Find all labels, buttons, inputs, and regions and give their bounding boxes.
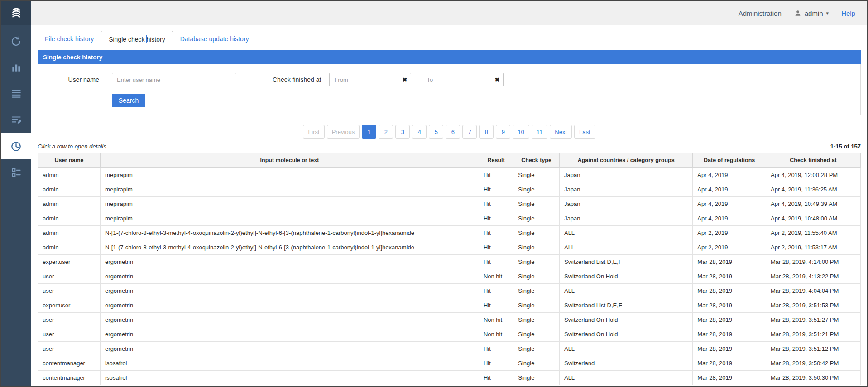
user-menu[interactable]: admin ▾ bbox=[794, 10, 829, 17]
pagination-page-7[interactable]: 7 bbox=[462, 125, 477, 139]
col-result[interactable]: Result bbox=[479, 153, 513, 168]
pagination-first[interactable]: First bbox=[303, 125, 324, 139]
search-button[interactable]: Search bbox=[112, 94, 145, 107]
cell-against-countries: ALL bbox=[559, 284, 692, 298]
stacked-waves-logo-icon bbox=[10, 6, 23, 20]
cell-against-countries: Japan bbox=[559, 211, 692, 226]
pagination-page-2[interactable]: 2 bbox=[379, 125, 393, 139]
cell-input-molecule: ergometrin bbox=[101, 284, 479, 298]
text-cursor bbox=[146, 35, 147, 43]
cell-check-finished-at: Mar 28, 2019, 3:51:12 PM bbox=[766, 342, 861, 356]
sidebar-item-lists[interactable] bbox=[1, 81, 31, 107]
cell-check-type: Single bbox=[513, 284, 560, 298]
cell-date-of-regulations: Mar 28, 2019 bbox=[693, 313, 766, 327]
table-row[interactable]: expertuser ergometrin Hit Single Switzer… bbox=[38, 255, 861, 269]
cell-check-type: Single bbox=[513, 298, 560, 313]
cell-result: Non hit bbox=[479, 313, 513, 327]
table-row[interactable]: user ergometrin Hit Single ALL Mar 28, 2… bbox=[38, 342, 861, 356]
pagination-page-1[interactable]: 1 bbox=[362, 125, 376, 139]
cell-check-type: Single bbox=[513, 342, 560, 356]
pagination-page-4[interactable]: 4 bbox=[412, 125, 427, 139]
table-row[interactable]: contentmanager isosafrol Hit Single ALL … bbox=[38, 371, 861, 385]
col-check-finished-at[interactable]: Check finished at bbox=[766, 153, 861, 168]
date-from-input[interactable] bbox=[329, 73, 411, 86]
list-icon bbox=[10, 88, 22, 100]
cell-input-molecule: ergometrin bbox=[101, 255, 479, 269]
cell-user-name: contentmanager bbox=[38, 371, 101, 385]
col-input-molecule[interactable]: Input molecule or text bbox=[101, 153, 479, 168]
cell-result: Non hit bbox=[479, 269, 513, 284]
cell-against-countries: Switzerland List D,E,F bbox=[559, 298, 692, 313]
table-row[interactable]: admin mepirapim Hit Single Japan Apr 4, … bbox=[38, 211, 861, 226]
clear-to-icon[interactable]: ✖ bbox=[495, 77, 500, 83]
sidebar-item-check[interactable] bbox=[1, 28, 31, 54]
administration-link[interactable]: Administration bbox=[739, 10, 782, 17]
cell-check-type: Single bbox=[513, 313, 560, 327]
cell-check-finished-at: Mar 28, 2019, 3:51:21 PM bbox=[766, 327, 861, 342]
cell-against-countries: ALL bbox=[559, 371, 692, 385]
cell-input-molecule: ergometrin bbox=[101, 269, 479, 284]
pagination-page-10[interactable]: 10 bbox=[513, 125, 529, 139]
pagination-last[interactable]: Last bbox=[574, 125, 595, 139]
sidebar-item-statistics[interactable] bbox=[1, 54, 31, 81]
cell-input-molecule: isosafrol bbox=[101, 371, 479, 385]
user-name-input[interactable] bbox=[112, 73, 236, 86]
cell-check-finished-at: Apr 2, 2019, 11:55:40 AM bbox=[766, 226, 861, 240]
table-row[interactable]: user ergometrin Non hit Single Switzerla… bbox=[38, 269, 861, 284]
cell-against-countries: Switzerland On Hold bbox=[559, 327, 692, 342]
pagination-page-8[interactable]: 8 bbox=[479, 125, 494, 139]
check-finished-at-label: Check finished at bbox=[273, 76, 321, 83]
table-row[interactable]: user ergometrin Non hit Single Switzerla… bbox=[38, 313, 861, 327]
chevron-down-icon: ▾ bbox=[826, 10, 829, 16]
history-clock-icon bbox=[10, 140, 22, 153]
cell-date-of-regulations: Mar 28, 2019 bbox=[693, 269, 766, 284]
table-header-row: User name Input molecule or text Result … bbox=[38, 153, 861, 168]
pagination-next[interactable]: Next bbox=[550, 125, 572, 139]
cell-check-finished-at: Mar 28, 2019, 3:51:53 PM bbox=[766, 298, 861, 313]
cell-date-of-regulations: Mar 28, 2019 bbox=[693, 342, 766, 356]
table-row[interactable]: user ergometrin Hit Single ALL Mar 28, 2… bbox=[38, 284, 861, 298]
pagination-page-6[interactable]: 6 bbox=[446, 125, 460, 139]
table-row[interactable]: admin mepirapim Hit Single Japan Apr 4, … bbox=[38, 182, 861, 197]
pagination-page-11[interactable]: 11 bbox=[532, 125, 548, 139]
cell-against-countries: Switzerland On Hold bbox=[559, 313, 692, 327]
tab-single-check-history[interactable]: Single check history bbox=[101, 31, 173, 48]
table-body: admin mepirapim Hit Single Japan Apr 4, … bbox=[38, 168, 861, 385]
tab-file-check-history[interactable]: File check history bbox=[38, 31, 101, 48]
cell-date-of-regulations: Mar 28, 2019 bbox=[693, 255, 766, 269]
table-row[interactable]: admin N-[1-(7-chloro-8-ethyl-3-methyl-4-… bbox=[38, 240, 861, 255]
table-row[interactable]: admin N-[1-(7-chloro-8-ethyl-3-methyl-4-… bbox=[38, 226, 861, 240]
sidebar-item-reports[interactable] bbox=[1, 107, 31, 133]
pagination: First Previous 1 2 3 4 5 6 7 8 9 10 11 N… bbox=[31, 125, 867, 139]
cell-result: Hit bbox=[479, 255, 513, 269]
cell-against-countries: Japan bbox=[559, 197, 692, 211]
cell-input-molecule: ergometrin bbox=[101, 313, 479, 327]
tab-database-update-history[interactable]: Database update history bbox=[173, 31, 256, 48]
table-row[interactable]: expertuser ergometrin Hit Single Switzer… bbox=[38, 298, 861, 313]
col-user-name[interactable]: User name bbox=[38, 153, 101, 168]
date-to-input[interactable] bbox=[422, 73, 504, 86]
col-against-countries[interactable]: Against countries / category groups bbox=[559, 153, 692, 168]
table-row[interactable]: admin mepirapim Hit Single Japan Apr 4, … bbox=[38, 168, 861, 182]
table-row[interactable]: admin mepirapim Hit Single Japan Apr 4, … bbox=[38, 197, 861, 211]
table-row[interactable]: user ergometrin Non hit Single Switzerla… bbox=[38, 327, 861, 342]
clear-from-icon[interactable]: ✖ bbox=[403, 77, 408, 83]
sidebar-item-history[interactable] bbox=[1, 133, 31, 159]
cell-user-name: user bbox=[38, 327, 101, 342]
sidebar-item-dashboard[interactable] bbox=[1, 159, 31, 186]
app-logo[interactable] bbox=[1, 1, 31, 25]
table-row[interactable]: contentmanager isosafrol Hit Single Swit… bbox=[38, 356, 861, 371]
pagination-page-5[interactable]: 5 bbox=[429, 125, 443, 139]
pagination-page-3[interactable]: 3 bbox=[395, 125, 410, 139]
pagination-previous[interactable]: Previous bbox=[327, 125, 360, 139]
cell-check-type: Single bbox=[513, 255, 560, 269]
cell-input-molecule: ergometrin bbox=[101, 327, 479, 342]
cell-against-countries: Switzerland List D,E,F bbox=[559, 255, 692, 269]
cell-date-of-regulations: Mar 28, 2019 bbox=[693, 284, 766, 298]
col-date-of-regulations[interactable]: Date of regulations bbox=[693, 153, 766, 168]
cell-input-molecule: N-[1-(7-chloro-8-ethyl-3-methyl-4-oxoqui… bbox=[101, 240, 479, 255]
pagination-page-9[interactable]: 9 bbox=[496, 125, 510, 139]
col-check-type[interactable]: Check type bbox=[513, 153, 560, 168]
cell-date-of-regulations: Apr 2, 2019 bbox=[693, 240, 766, 255]
help-link[interactable]: Help bbox=[841, 10, 855, 17]
